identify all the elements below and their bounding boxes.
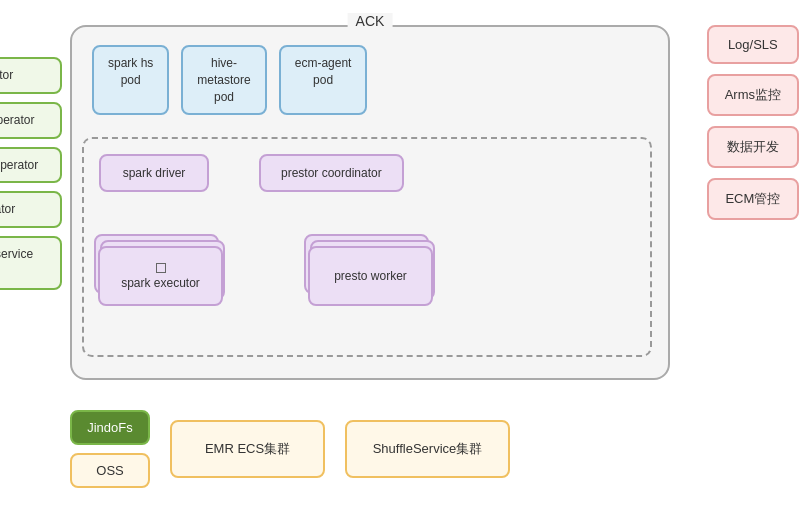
jindofs-label: JindoFs [87,420,133,435]
inner-dashed-container: spark driver prestor coordinator spark e… [82,137,652,357]
ecm-box: ECM管控 [707,178,799,220]
ecm-agent-pod: ecm-agentpod [279,45,368,115]
executor-stack: spark executor [94,234,224,309]
remote-shuffle-operator-box: remote shuffle service operator [0,236,62,290]
spark-operator-label: spark operator [0,68,13,82]
jindo-group: JindoFs OSS [70,410,150,488]
remote-shuffle-operator-label: remote shuffle service operator [0,247,33,278]
data-dev-label: 数据开发 [727,139,779,154]
ew-row: spark executor presto worker [94,234,384,309]
arms-label: Arms监控 [725,87,781,102]
spark-hs-pod: spark hspod [92,45,169,115]
ack-label: ACK [348,13,393,29]
log-sls-box: Log/SLS [707,25,799,64]
data-dev-box: 数据开发 [707,126,799,168]
architecture-diagram: ACK spark hspod hive-metastorepod ecm-ag… [10,10,799,504]
oss-box: OSS [70,453,150,488]
hive-metastore-operator-label: hive-metastore operator [0,158,38,172]
log-sls-label: Log/SLS [728,37,778,52]
presto-worker-label: presto worker [334,269,407,283]
emr-box: EMR ECS集群 [170,420,325,478]
emr-label: EMR ECS集群 [205,441,290,456]
worker-stack: presto worker [304,234,434,309]
presto-operator-box: presto operator [0,191,62,228]
shuffle-label: ShuffleService集群 [373,441,483,456]
ecm-label: ECM管控 [725,191,780,206]
spark-driver-box: spark driver [99,154,209,192]
oss-label: OSS [96,463,123,478]
bottom-row: JindoFs OSS EMR ECS集群 ShuffleService集群 [70,410,510,488]
jindofs-box: JindoFs [70,410,150,445]
history-server-operator-box: history server operator [0,102,62,139]
spark-executor-box: spark executor [98,246,223,306]
spark-executor-label: spark executor [121,276,200,290]
hive-metastore-operator-box: hive-metastore operator [0,147,62,184]
small-square-icon [156,263,166,273]
pods-row: spark hspod hive-metastorepod ecm-agentp… [92,45,367,115]
shuffle-box: ShuffleService集群 [345,420,510,478]
presto-worker-box: presto worker [308,246,433,306]
prestor-coordinator-box: prestor coordinator [259,154,404,192]
dc-row: spark driver prestor coordinator [99,154,374,192]
spark-driver-label: spark driver [123,166,186,180]
right-services: Log/SLS Arms监控 数据开发 ECM管控 [707,25,799,220]
ack-container: ACK spark hspod hive-metastorepod ecm-ag… [70,25,670,380]
presto-operator-label: presto operator [0,202,15,216]
arms-box: Arms监控 [707,74,799,116]
spark-operator-box: spark operator [0,57,62,94]
hive-metastore-pod: hive-metastorepod [181,45,266,115]
history-server-operator-label: history server operator [0,113,35,127]
prestor-coordinator-label: prestor coordinator [281,166,382,180]
operators-panel: spark operator history server operator h… [0,57,62,290]
